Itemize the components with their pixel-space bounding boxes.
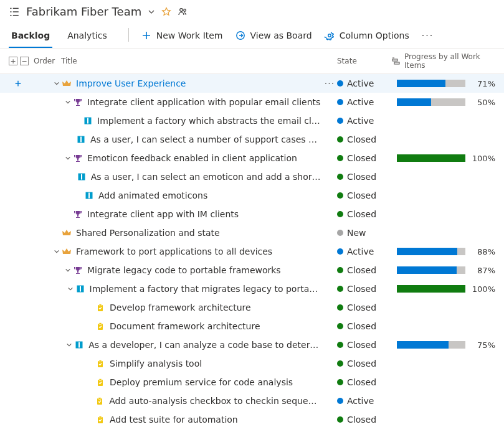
expand-chevron-icon[interactable] [66, 286, 75, 292]
backlog-row[interactable]: As a user, I can select an emoticon and … [0, 167, 504, 186]
state-cell: Closed [337, 172, 392, 182]
state-cell: Closed [337, 377, 392, 387]
row-title-area: Document framework architecture [27, 321, 322, 331]
state-cell: Active [337, 97, 392, 107]
expand-chevron-icon[interactable] [64, 155, 72, 161]
backlog-row[interactable]: Shared Personalization and stateNew [0, 223, 504, 242]
backlog-row[interactable]: Implement a factory which abstracts the … [0, 111, 504, 130]
progress-cell: 75% [392, 340, 495, 350]
work-item-title: Deploy premium service for code analysis [108, 377, 293, 387]
work-item-title: Develop framework architecture [108, 303, 251, 312]
work-item-title[interactable]: Improve User Experience [75, 78, 186, 88]
state-dot-icon [337, 416, 343, 423]
team-members-icon[interactable] [178, 7, 188, 17]
backlog-row[interactable]: Improve User Experience···Active71% [0, 74, 504, 93]
work-item-title: Integrate client app with IM clients [86, 209, 239, 219]
column-options-label: Column Options [340, 31, 409, 40]
column-progress-label: Progress by all Work Items [404, 52, 495, 70]
backlog-row[interactable]: Emoticon feedback enabled in client appl… [0, 149, 504, 167]
backlog-row[interactable]: Develop framework architectureClosed [0, 298, 504, 317]
row-add-button[interactable] [9, 79, 27, 88]
backlog-row[interactable]: Add animated emoticonsClosed [0, 186, 504, 205]
progress-percent: 100% [470, 284, 495, 294]
epic-crown-icon [61, 79, 72, 88]
toolbar-more-button[interactable]: ··· [416, 27, 440, 47]
page-header: Fabrikam Fiber Team [0, 0, 504, 22]
backlog-row[interactable]: Add auto-analysis checkbox to checkin se… [0, 392, 504, 410]
story-book-icon [75, 284, 86, 293]
column-title[interactable]: Title [61, 57, 337, 65]
feature-trophy-icon [72, 266, 83, 275]
work-item-title: Framework to port applications to all de… [75, 247, 272, 256]
backlog-row[interactable]: Integrate client app with IM clientsClos… [0, 205, 504, 223]
backlog-row[interactable]: As a developer, I can analyze a code bas… [0, 336, 504, 354]
state-label: Closed [347, 172, 376, 182]
state-label: Closed [347, 340, 376, 350]
backlog-row[interactable]: Deploy premium service for code analysis… [0, 373, 504, 392]
backlog-row[interactable]: Document framework architectureClosed [0, 317, 504, 336]
favorite-star-icon[interactable] [161, 7, 171, 17]
column-progress[interactable]: Progress by all Work Items [392, 52, 495, 70]
state-label: Closed [347, 265, 376, 275]
team-title: Fabrikam Fiber Team [26, 5, 141, 18]
tab-analytics[interactable]: Analytics [65, 26, 110, 48]
progress-bar [397, 154, 465, 162]
epic-crown-icon [61, 247, 72, 256]
backlog-row[interactable]: Implement a factory that migrates legacy… [0, 279, 504, 298]
progress-bar [397, 341, 465, 349]
expand-chevron-icon[interactable] [65, 342, 74, 348]
work-item-title: Simplify analysis tool [108, 359, 202, 369]
state-cell: Closed [337, 415, 392, 425]
expand-all-button[interactable]: + [9, 57, 17, 65]
backlog-row[interactable]: Migrate legacy code to portable framewor… [0, 261, 504, 279]
backlog-row[interactable]: Simplify analysis toolClosed [0, 354, 504, 373]
work-item-title: Integrate client application with popula… [86, 97, 320, 107]
state-label: Active [347, 396, 374, 406]
view-as-board-button[interactable]: View as Board [229, 27, 318, 47]
state-cell: New [337, 228, 392, 238]
tab-backlog[interactable]: Backlog [9, 26, 52, 48]
row-more-actions[interactable]: ··· [322, 78, 337, 88]
column-options-button[interactable]: Column Options [318, 27, 416, 47]
state-label: Closed [347, 153, 376, 163]
progress-percent: 100% [470, 154, 495, 163]
svg-point-7 [184, 9, 186, 11]
backlog-row[interactable]: As a user, I can select a number of supp… [0, 130, 504, 149]
progress-bar [397, 80, 465, 87]
expand-chevron-icon[interactable] [64, 99, 72, 105]
team-picker-chevron-icon[interactable] [148, 8, 155, 16]
backlog-row[interactable]: Integrate client application with popula… [0, 93, 504, 111]
state-label: Active [347, 116, 374, 126]
toolbar: Backlog Analytics New Work Item View as … [0, 22, 504, 49]
state-dot-icon [337, 304, 343, 311]
progress-percent: 88% [470, 247, 495, 256]
work-item-title: As a user, I can select a number of supp… [89, 134, 322, 144]
column-order[interactable]: Order [34, 57, 61, 65]
story-book-icon [82, 116, 93, 125]
progress-percent: 75% [470, 340, 495, 350]
backlog-row[interactable]: Framework to port applications to all de… [0, 242, 504, 261]
progress-cell: 100% [392, 154, 495, 163]
progress-bar [397, 285, 465, 293]
row-title-area: As a developer, I can analyze a code bas… [27, 340, 322, 350]
expand-chevron-icon[interactable] [52, 248, 61, 255]
expand-chevron-icon[interactable] [52, 80, 61, 87]
new-work-item-label: New Work Item [156, 31, 223, 40]
expand-chevron-icon[interactable] [64, 267, 72, 273]
row-title-area: Migrate legacy code to portable framewor… [27, 265, 322, 275]
row-title-area: Framework to port applications to all de… [27, 247, 322, 256]
collapse-all-button[interactable]: − [20, 57, 29, 65]
row-title-area: Shared Personalization and state [27, 228, 322, 238]
row-title-area: Integrate client application with popula… [27, 97, 322, 107]
state-cell: Closed [337, 284, 392, 294]
backlog-rows: Improve User Experience···Active71%Integ… [0, 74, 504, 429]
state-dot-icon [337, 118, 343, 124]
column-state[interactable]: State [337, 57, 392, 65]
backlog-row[interactable]: Add test suite for automationClosed [0, 410, 504, 429]
new-work-item-button[interactable]: New Work Item [135, 27, 229, 47]
state-dot-icon [337, 379, 343, 385]
feature-trophy-icon [72, 98, 83, 106]
progress-bar [397, 98, 465, 106]
column-options-icon [325, 31, 335, 40]
state-label: Closed [347, 190, 376, 200]
